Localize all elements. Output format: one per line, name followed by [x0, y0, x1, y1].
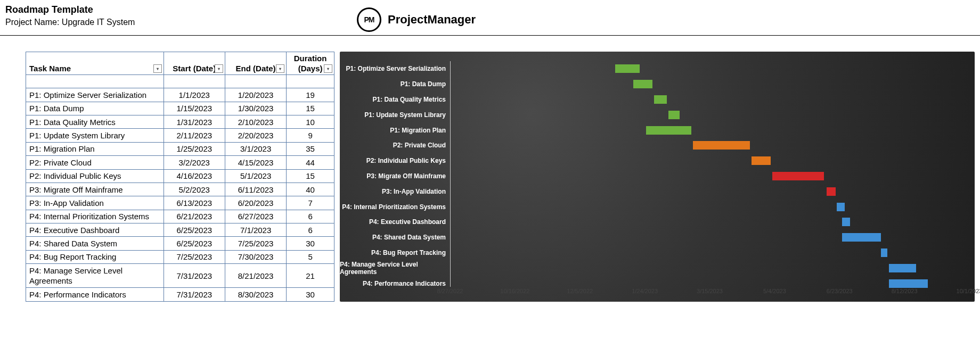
cell-start[interactable]: 7/25/2023 [164, 250, 225, 263]
cell-task[interactable]: P4: Executive Dashboard [26, 223, 164, 236]
cell-start[interactable]: 1/31/2023 [164, 115, 225, 129]
y-axis-line [450, 61, 451, 287]
table-row[interactable]: P2: Private Cloud3/2/20234/15/202344 [26, 156, 334, 169]
filter-dropdown-icon[interactable]: ▾ [153, 64, 162, 73]
cell-end[interactable]: 8/21/2023 [225, 264, 286, 288]
cell-end[interactable]: 2/10/2023 [225, 115, 286, 129]
gantt-bar [827, 187, 836, 196]
cell-duration[interactable]: 40 [287, 183, 334, 196]
cell-start[interactable]: 3/2/2023 [164, 156, 225, 169]
project-name-line: Project Name: Upgrade IT System [5, 18, 357, 27]
x-axis-tick: 3/15/2023 [697, 288, 723, 294]
table-row[interactable]: P4: Internal Prioritization Systems6/21/… [26, 210, 334, 223]
cell-end[interactable]: 3/1/2023 [225, 142, 286, 155]
col-header-duration[interactable]: Duration(Days) ▾ [287, 52, 334, 75]
cell-start[interactable]: 7/31/2023 [164, 288, 225, 302]
cell-task[interactable]: P3: Migrate Off Mainframe [26, 183, 164, 196]
filter-dropdown-icon[interactable]: ▾ [324, 64, 332, 73]
cell-duration[interactable]: 30 [287, 237, 334, 250]
cell-start[interactable]: 1/15/2023 [164, 102, 225, 115]
table-row[interactable]: P1: Data Dump1/15/20231/30/202315 [26, 102, 334, 115]
cell-task[interactable]: P2: Individual Public Keys [26, 169, 164, 183]
cell-task[interactable]: P3: In-App Validation [26, 196, 164, 210]
cell-task[interactable]: P1: Optimize Server Serialization [26, 88, 164, 102]
cell-task[interactable]: P4: Bug Report Tracking [26, 250, 164, 263]
gantt-bar [668, 111, 680, 119]
cell-duration[interactable]: 30 [287, 288, 334, 302]
table-row[interactable]: P1: Update System Library2/11/20232/20/2… [26, 129, 334, 142]
table-row[interactable]: P4: Executive Dashboard6/25/20237/1/2023… [26, 223, 334, 236]
cell-start[interactable]: 6/25/2023 [164, 237, 225, 250]
cell-duration[interactable]: 15 [287, 169, 334, 183]
gantt-row-label: P1: Data Quality Metrics [340, 92, 450, 107]
cell-end[interactable]: 7/25/2023 [225, 237, 286, 250]
cell-duration[interactable]: 21 [287, 264, 334, 288]
cell-end[interactable]: 4/15/2023 [225, 156, 286, 169]
cell-task[interactable]: P4: Manage Service Level Agreements [26, 264, 164, 288]
gantt-chart: P1: Optimize Server SerializationP1: Dat… [340, 52, 975, 302]
cell-task[interactable]: P4: Internal Prioritization Systems [26, 210, 164, 223]
table-row[interactable]: P3: In-App Validation6/13/20236/20/20237 [26, 196, 334, 210]
cell-duration[interactable]: 5 [287, 250, 334, 263]
cell-end[interactable]: 7/30/2023 [225, 250, 286, 263]
cell-task[interactable]: P4: Shared Data System [26, 237, 164, 250]
cell-start[interactable]: 7/31/2023 [164, 264, 225, 288]
cell-end[interactable]: 1/30/2023 [225, 102, 286, 115]
cell-start[interactable]: 2/11/2023 [164, 129, 225, 142]
x-axis-tick: 10/1/2023 [957, 288, 980, 294]
table-row[interactable]: P3: Migrate Off Mainframe5/2/20236/11/20… [26, 183, 334, 196]
table-row[interactable]: P4: Performance Indicators7/31/20238/30/… [26, 288, 334, 302]
cell-end[interactable]: 2/20/2023 [225, 129, 286, 142]
cell-start[interactable]: 6/13/2023 [164, 196, 225, 210]
cell-duration[interactable]: 9 [287, 129, 334, 142]
cell-duration[interactable]: 7 [287, 196, 334, 210]
table-row[interactable]: P4: Bug Report Tracking7/25/20237/30/202… [26, 250, 334, 263]
x-axis-tick: 12/5/2022 [567, 288, 593, 294]
table-row[interactable]: P1: Data Quality Metrics1/31/20232/10/20… [26, 115, 334, 129]
cell-duration[interactable]: 6 [287, 223, 334, 236]
cell-end[interactable]: 6/20/2023 [225, 196, 286, 210]
table-row[interactable]: P2: Individual Public Keys4/16/20235/1/2… [26, 169, 334, 183]
gantt-row-label: P4: Performance Indicators [340, 276, 450, 291]
cell-start[interactable]: 6/25/2023 [164, 223, 225, 236]
cell-start[interactable]: 5/2/2023 [164, 183, 225, 196]
filter-dropdown-icon[interactable]: ▾ [215, 64, 223, 73]
cell-end[interactable]: 6/11/2023 [225, 183, 286, 196]
gantt-row-label: P3: In-App Validation [340, 184, 450, 199]
cell-duration[interactable]: 15 [287, 102, 334, 115]
project-name-label: Project Name: [5, 18, 59, 27]
cell-duration[interactable]: 44 [287, 156, 334, 169]
cell-end[interactable]: 8/30/2023 [225, 288, 286, 302]
table-row[interactable]: P1: Migration Plan1/25/20233/1/202335 [26, 142, 334, 155]
col-header-task[interactable]: Task Name ▾ [26, 52, 164, 75]
header: Roadmap Template Project Name: Upgrade I… [0, 0, 980, 36]
cell-duration[interactable]: 6 [287, 210, 334, 223]
cell-duration[interactable]: 35 [287, 142, 334, 155]
cell-task[interactable]: P1: Migration Plan [26, 142, 164, 155]
cell-end[interactable]: 6/27/2023 [225, 210, 286, 223]
col-header-start[interactable]: Start (Date) ▾ [164, 52, 225, 75]
table-row[interactable]: P1: Optimize Server Serialization1/1/202… [26, 88, 334, 102]
cell-start[interactable]: 1/1/2023 [164, 88, 225, 102]
cell-duration[interactable]: 10 [287, 115, 334, 129]
cell-task[interactable]: P1: Data Quality Metrics [26, 115, 164, 129]
cell-task[interactable]: P4: Performance Indicators [26, 288, 164, 302]
cell-task[interactable]: P1: Data Dump [26, 102, 164, 115]
cell-end[interactable]: 5/1/2023 [225, 169, 286, 183]
cell-start[interactable]: 6/21/2023 [164, 210, 225, 223]
col-header-end[interactable]: End (Date) ▾ [225, 52, 286, 75]
gantt-bar [881, 248, 887, 257]
gantt-row-label: P2: Private Cloud [340, 138, 450, 153]
cell-task[interactable]: P2: Private Cloud [26, 156, 164, 169]
table-row[interactable]: P4: Shared Data System6/25/20237/25/2023… [26, 237, 334, 250]
filter-dropdown-icon[interactable]: ▾ [276, 64, 284, 73]
cell-start[interactable]: 4/16/2023 [164, 169, 225, 183]
project-name-value: Upgrade IT System [62, 18, 135, 27]
x-axis-tick: 6/23/2023 [827, 288, 853, 294]
cell-task[interactable]: P1: Update System Library [26, 129, 164, 142]
cell-start[interactable]: 1/25/2023 [164, 142, 225, 155]
cell-end[interactable]: 7/1/2023 [225, 223, 286, 236]
table-row[interactable]: P4: Manage Service Level Agreements7/31/… [26, 264, 334, 288]
cell-end[interactable]: 1/20/2023 [225, 88, 286, 102]
cell-duration[interactable]: 19 [287, 88, 334, 102]
